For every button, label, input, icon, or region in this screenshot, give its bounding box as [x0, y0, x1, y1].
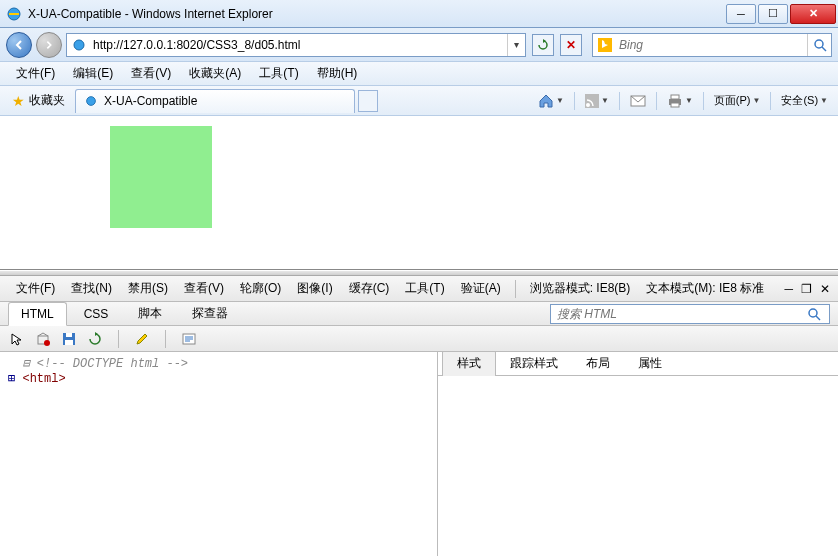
favorites-button[interactable]: ★ 收藏夹 [6, 90, 71, 111]
separator [656, 92, 657, 110]
svg-point-4 [87, 97, 96, 106]
dt-tab-html[interactable]: HTML [8, 302, 67, 326]
menu-edit[interactable]: 编辑(E) [65, 62, 121, 85]
clear-cache-button[interactable] [34, 330, 52, 348]
devtools-right-body [438, 376, 838, 556]
svg-rect-16 [66, 333, 72, 337]
home-icon [538, 93, 554, 109]
dt-rtab-style[interactable]: 样式 [442, 352, 496, 377]
separator [619, 92, 620, 110]
ie-logo-icon [6, 6, 22, 22]
dt-menu-file[interactable]: 文件(F) [8, 277, 63, 300]
menu-help[interactable]: 帮助(H) [309, 62, 366, 85]
dt-menu-tools[interactable]: 工具(T) [397, 277, 452, 300]
chevron-down-icon: ▼ [601, 96, 609, 105]
separator [515, 280, 516, 298]
page-label: 页面(P) [714, 93, 751, 108]
back-button[interactable] [6, 32, 32, 58]
dt-doc-mode[interactable]: 文本模式(M): IE8 标准 [638, 277, 772, 300]
dt-rtab-attrs[interactable]: 属性 [624, 352, 676, 376]
dt-tab-css[interactable]: CSS [71, 302, 122, 326]
bing-icon [597, 37, 613, 53]
safety-menu-button[interactable]: 安全(S) ▼ [777, 90, 832, 112]
dt-tab-script[interactable]: 脚本 [125, 300, 175, 327]
svg-point-13 [44, 340, 50, 346]
devtools-body: ⊟ <!-- DOCTYPE html --> ⊞ <html> 样式 跟踪样式… [0, 352, 838, 556]
search-button[interactable] [807, 34, 831, 56]
home-button[interactable]: ▼ [534, 90, 568, 112]
feeds-button[interactable]: ▼ [581, 90, 613, 112]
menu-favorites[interactable]: 收藏夹(A) [181, 62, 249, 85]
svg-point-1 [74, 40, 84, 50]
dt-rtab-trace[interactable]: 跟踪样式 [496, 352, 572, 376]
tabbar: ★ 收藏夹 X-UA-Compatible ▼ ▼ ▼ 页面(P) ▼ 安全(S… [0, 86, 838, 116]
search-input[interactable] [617, 36, 807, 54]
devtools-search[interactable] [550, 304, 830, 324]
window-controls: ─ ☐ ✕ [726, 4, 836, 24]
forward-button[interactable] [36, 32, 62, 58]
chevron-down-icon: ▼ [752, 96, 760, 105]
dt-menu-disable[interactable]: 禁用(S) [120, 277, 176, 300]
print-button[interactable]: ▼ [663, 90, 697, 112]
navbar: ▾ ✕ [0, 28, 838, 62]
dom-tree[interactable]: ⊟ <!-- DOCTYPE html --> ⊞ <html> [0, 352, 438, 556]
devtools-search-input[interactable] [551, 305, 807, 323]
menu-file[interactable]: 文件(F) [8, 62, 63, 85]
separator [574, 92, 575, 110]
dt-close-button[interactable]: ✕ [820, 282, 830, 296]
devtools-right-tabs: 样式 跟踪样式 布局 属性 [438, 352, 838, 376]
svg-point-3 [815, 40, 823, 48]
attributes-button[interactable] [180, 330, 198, 348]
refresh-button[interactable] [532, 34, 554, 56]
dt-unpin-button[interactable]: ❐ [801, 282, 812, 296]
dt-browser-mode[interactable]: 浏览器模式: IE8(B) [522, 277, 639, 300]
menu-tools[interactable]: 工具(T) [251, 62, 306, 85]
dt-menu-cache[interactable]: 缓存(C) [341, 277, 398, 300]
refresh-tree-button[interactable] [86, 330, 104, 348]
separator [703, 92, 704, 110]
devtools-tabs: HTML CSS 脚本 探查器 [0, 302, 838, 326]
devtools-toolbar [0, 326, 838, 352]
safety-label: 安全(S) [781, 93, 818, 108]
edit-button[interactable] [133, 330, 151, 348]
new-tab-button[interactable] [358, 90, 378, 112]
separator [770, 92, 771, 110]
devtools-menubar: 文件(F) 查找(N) 禁用(S) 查看(V) 轮廓(O) 图像(I) 缓存(C… [0, 276, 838, 302]
page-content [0, 116, 838, 270]
menu-view[interactable]: 查看(V) [123, 62, 179, 85]
separator [165, 330, 166, 348]
tab-title: X-UA-Compatible [104, 94, 197, 108]
devtools-search-button[interactable] [807, 307, 829, 321]
close-button[interactable]: ✕ [790, 4, 836, 24]
dt-menu-validate[interactable]: 验证(A) [453, 277, 509, 300]
address-dropdown[interactable]: ▾ [507, 34, 525, 56]
svg-rect-10 [671, 103, 679, 107]
svg-point-11 [809, 309, 817, 317]
save-button[interactable] [60, 330, 78, 348]
dt-menu-view[interactable]: 查看(V) [176, 277, 232, 300]
green-box [110, 126, 212, 228]
page-menu-button[interactable]: 页面(P) ▼ [710, 90, 765, 112]
dt-tab-profiler[interactable]: 探查器 [179, 300, 241, 327]
minimize-button[interactable]: ─ [726, 4, 756, 24]
stop-button[interactable]: ✕ [560, 34, 582, 56]
rss-icon [585, 94, 599, 108]
maximize-button[interactable]: ☐ [758, 4, 788, 24]
tree-root[interactable]: ⊞ <html> [8, 371, 429, 386]
devtools-window-controls: ─ ❐ ✕ [784, 282, 830, 296]
search-bar[interactable] [592, 33, 832, 57]
print-icon [667, 94, 683, 108]
address-bar[interactable]: ▾ [66, 33, 526, 57]
dt-rtab-layout[interactable]: 布局 [572, 352, 624, 376]
dt-minimize-button[interactable]: ─ [784, 282, 793, 296]
chevron-down-icon: ▼ [685, 96, 693, 105]
select-element-button[interactable] [8, 330, 26, 348]
menubar: 文件(F) 编辑(E) 查看(V) 收藏夹(A) 工具(T) 帮助(H) [0, 62, 838, 86]
dt-menu-image[interactable]: 图像(I) [289, 277, 340, 300]
tab-active[interactable]: X-UA-Compatible [75, 89, 355, 113]
dt-menu-outline[interactable]: 轮廓(O) [232, 277, 289, 300]
address-input[interactable] [91, 36, 507, 54]
favorites-label: 收藏夹 [29, 92, 65, 109]
mail-button[interactable] [626, 90, 650, 112]
dt-menu-find[interactable]: 查找(N) [63, 277, 120, 300]
